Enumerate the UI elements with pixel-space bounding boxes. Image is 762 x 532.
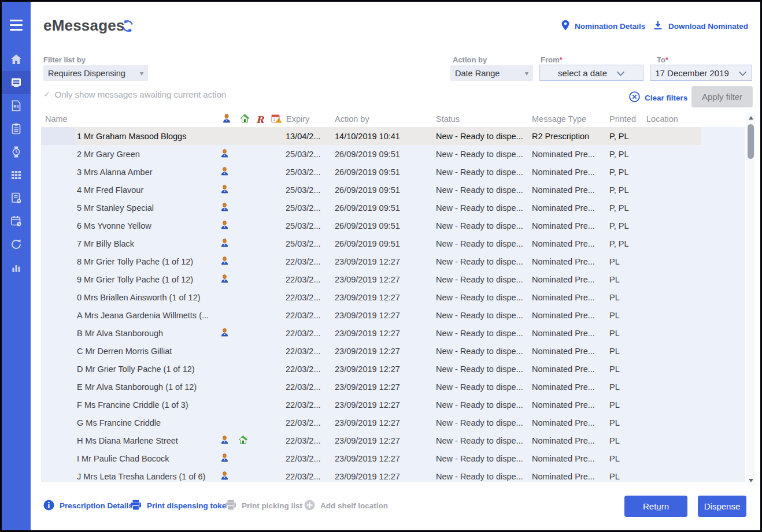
sidebar-item-calendar-schedule[interactable] — [2, 210, 31, 233]
row-action-by: 26/09/2019 09:51 — [335, 185, 400, 195]
scroll-up-arrow-icon[interactable] — [746, 113, 755, 122]
table-row[interactable]: H Ms Diana Marlene Street22/03/2...23/09… — [41, 431, 745, 449]
row-name: H Ms Diana Marlene Street — [77, 436, 178, 445]
column-header-message-type[interactable]: Message Type — [532, 114, 586, 124]
row-expiry: 22/03/2... — [286, 311, 320, 320]
column-header-printed[interactable]: Printed — [609, 114, 636, 124]
sidebar-item-sync[interactable] — [2, 233, 31, 256]
row-action-by: 26/09/2019 09:51 — [335, 150, 400, 159]
table-row[interactable]: 2 Mr Gary Green25/03/2...26/09/2019 09:5… — [41, 145, 745, 163]
refresh-icon[interactable] — [121, 19, 135, 33]
scroll-down-arrow-icon[interactable] — [746, 476, 755, 485]
row-name: J Mrs Leta Tresha Landers (1 of 6) — [77, 472, 205, 481]
row-name: 7 Mr Billy Black — [77, 239, 134, 248]
from-date-select[interactable]: select a date — [539, 65, 643, 81]
row-status: New - Ready to dispe... — [436, 472, 523, 481]
sidebar-item-watch[interactable] — [2, 140, 31, 163]
table-row[interactable]: E Mr Alva Stanborough (1 of 12)22/03/2..… — [41, 378, 745, 396]
patient-icon — [220, 436, 229, 446]
print-dispensing-token-button[interactable]: Print dispensing token — [130, 482, 231, 530]
table-row[interactable]: 1 Mr Graham Masood Bloggs13/04/2...14/10… — [41, 127, 745, 145]
table-row[interactable]: I Mr Paulie Chad Bocock22/03/2...23/09/2… — [41, 449, 745, 467]
patient-icon[interactable] — [222, 114, 231, 125]
row-name: 9 Mr Grier Tolly Pache (1 of 12) — [77, 275, 193, 284]
column-header-location[interactable]: Location — [646, 114, 678, 124]
filter-list-by-value: Requires Dispensing — [48, 69, 125, 78]
expiry-warning-calendar-icon[interactable]: 1! — [271, 114, 282, 125]
row-printed: PL — [609, 400, 620, 410]
row-expiry: 25/03/2... — [286, 185, 320, 195]
return-button[interactable]: Return — [624, 496, 687, 517]
column-header-name[interactable]: Name — [45, 114, 68, 124]
patient-icon — [220, 471, 229, 482]
sidebar-item-bar-chart[interactable] — [2, 256, 31, 279]
clear-filters-button[interactable]: Clear filters — [629, 91, 687, 104]
row-action-by: 14/10/2019 10:41 — [335, 132, 400, 141]
table-row[interactable]: 6 Ms Yvonne Yellow25/03/2...26/09/2019 0… — [41, 217, 745, 235]
column-header-action-by[interactable]: Action by — [335, 114, 369, 124]
row-name: C Mr Derren Morris Gilliat — [77, 347, 172, 356]
table-row[interactable]: 3 Mrs Alanna Amber25/03/2...26/09/2019 0… — [41, 163, 745, 181]
table-row[interactable]: 5 Mr Stanley Special25/03/2...26/09/2019… — [41, 199, 745, 217]
table-row[interactable]: B Mr Alva Stanborough22/03/2...23/09/201… — [41, 324, 745, 342]
table-row[interactable]: C Mr Derren Morris Gilliat22/03/2...23/0… — [41, 342, 745, 360]
row-name: 3 Mrs Alanna Amber — [77, 168, 153, 177]
row-printed: PL — [609, 382, 620, 392]
table-row[interactable]: 8 Mr Grier Tolly Pache (1 of 12)22/03/2.… — [41, 252, 745, 270]
nomination-details-label: Nomination Details — [575, 22, 645, 31]
filter-list-by-label: Filter list by — [43, 55, 86, 64]
sidebar-item-report-document[interactable] — [2, 187, 31, 210]
only-show-checkbox[interactable]: ✓ Only show messages awaiting current ac… — [43, 89, 226, 99]
table-row[interactable]: D Mr Grier Tolly Pache (1 of 12)22/03/2.… — [41, 360, 745, 378]
download-nominated-link[interactable]: Download Nominated — [653, 20, 748, 32]
sidebar-item-emessages[interactable] — [2, 71, 31, 94]
row-name: 8 Mr Grier Tolly Pache (1 of 12) — [77, 257, 193, 266]
row-action-by: 26/09/2019 09:51 — [335, 221, 400, 230]
row-status: New - Ready to dispe... — [436, 364, 523, 374]
row-name: B Mr Alva Stanborough — [77, 329, 163, 338]
row-expiry: 25/03/2... — [286, 221, 320, 230]
apply-filter-button[interactable]: Apply filter — [691, 86, 753, 107]
vertical-scrollbar[interactable] — [746, 113, 755, 485]
delivery-home-icon[interactable] — [240, 114, 250, 125]
table-row[interactable]: 9 Mr Grier Tolly Pache (1 of 12)22/03/2.… — [41, 270, 745, 288]
table-row[interactable]: 7 Mr Billy Black25/03/2...26/09/2019 09:… — [41, 235, 745, 252]
action-by-select[interactable]: Date Range ▾ — [450, 65, 533, 81]
row-status: New - Ready to dispe... — [436, 203, 523, 213]
sidebar-item-rx-prescription[interactable]: RX — [2, 94, 31, 117]
row-status: New - Ready to dispe... — [436, 275, 523, 284]
table-row[interactable]: G Ms Francine Criddle22/03/2...23/09/201… — [41, 414, 745, 431]
row-expiry: 22/03/2... — [286, 472, 320, 481]
row-action-by: 23/09/2019 12:27 — [335, 347, 400, 356]
column-header-expiry[interactable]: Expiry — [286, 114, 309, 124]
sidebar-item-apps-grid[interactable] — [2, 163, 31, 187]
row-name: I Mr Paulie Chad Bocock — [77, 454, 169, 463]
app-window: RX eMessages Nomination Details Download… — [0, 0, 762, 532]
filter-list-by-select[interactable]: Requires Dispensing ▾ — [43, 65, 148, 81]
sidebar-item-clipboard[interactable] — [2, 117, 31, 140]
column-header-status[interactable]: Status — [436, 114, 460, 124]
to-label: To* — [657, 55, 668, 64]
add-shelf-location-button[interactable]: Add shelf location — [304, 482, 388, 530]
hamburger-menu-icon[interactable] — [2, 16, 31, 34]
footer-bar: Prescription Details Print dispensing to… — [31, 482, 760, 530]
prescription-details-button[interactable]: Prescription Details — [43, 482, 133, 530]
bar-chart-icon — [9, 261, 23, 274]
sidebar-item-home[interactable] — [2, 48, 31, 71]
repeat-r-icon[interactable]: R — [256, 115, 264, 125]
patient-icon — [220, 149, 229, 159]
table-row[interactable]: 4 Mr Fred Flavour25/03/2...26/09/2019 09… — [41, 181, 745, 199]
nomination-details-link[interactable]: Nomination Details — [561, 20, 645, 32]
table-row[interactable]: A Mrs Jeana Gardenia Willmetts (...22/03… — [41, 306, 745, 324]
row-printed: PL — [609, 364, 620, 374]
table-row[interactable]: 0 Mrs Briallen Ainsworth (1 of 12)22/03/… — [41, 288, 745, 306]
table-row[interactable]: F Ms Francine Criddle (1 of 3)22/03/2...… — [41, 396, 745, 414]
clipboard-icon — [9, 122, 23, 136]
print-picking-list-button[interactable]: Print picking list — [225, 482, 302, 530]
scrollbar-thumb[interactable] — [748, 124, 754, 159]
dispense-button[interactable]: Dispense — [698, 496, 746, 517]
patient-icon — [220, 256, 229, 267]
report-document-icon — [9, 191, 23, 205]
to-date-select[interactable]: 17 December 2019 — [650, 65, 752, 81]
row-action-by: 23/09/2019 12:27 — [335, 293, 400, 302]
